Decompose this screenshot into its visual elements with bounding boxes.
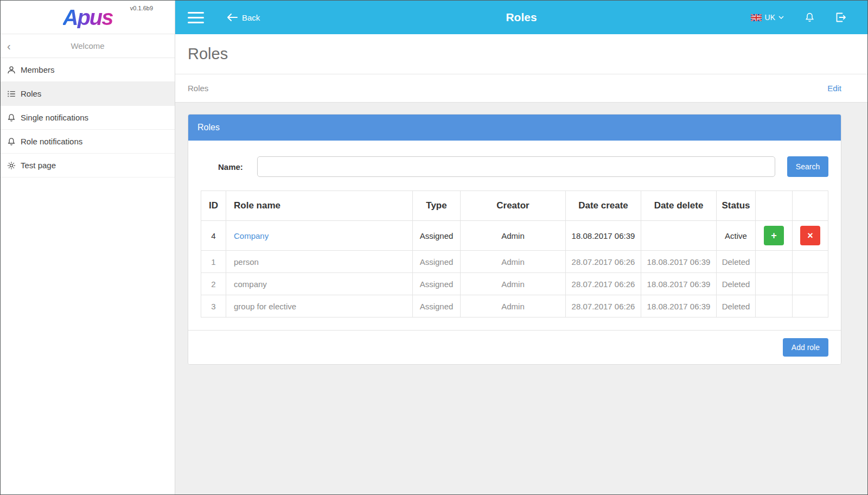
logo-area: Apus v0.1.6b9	[1, 1, 175, 34]
back-label: Back	[242, 13, 260, 22]
panel-title: Roles	[188, 115, 841, 141]
person-icon	[7, 66, 16, 74]
role-name: company	[226, 273, 413, 295]
topbar-right: UK	[751, 12, 846, 23]
topbar: Back Roles UK	[175, 1, 867, 34]
menu-icon[interactable]	[188, 12, 204, 23]
panel-footer: Add role	[188, 330, 841, 364]
column-header-type: Type	[413, 191, 461, 221]
sidebar-item-single-notifications[interactable]: Single notifications	[1, 106, 175, 130]
sidebar-item-label: Roles	[21, 89, 41, 98]
column-header-actions	[793, 191, 828, 221]
sidebar-item-test-page[interactable]: Test page	[1, 154, 175, 177]
bell-icon	[7, 113, 16, 122]
back-button[interactable]: Back	[227, 13, 260, 22]
roles-panel: Roles Name: Search IDRole nameTypeCrea	[188, 114, 841, 365]
sidebar-nav: MembersRolesSingle notificationsRole not…	[1, 58, 175, 177]
sidebar-item-label: Test page	[21, 161, 56, 170]
column-header-id: ID	[201, 191, 226, 221]
content-area: Roles Name: Search IDRole nameTypeCrea	[175, 103, 867, 494]
column-header-date-delete: Date delete	[641, 191, 717, 221]
column-header-role-name: Role name	[226, 191, 413, 221]
chevron-down-icon	[778, 16, 784, 19]
main-area: Back Roles UK	[175, 1, 867, 494]
table-header-row: IDRole nameTypeCreatorDate createDate de…	[201, 191, 828, 221]
language-selector[interactable]: UK	[751, 13, 784, 22]
role-name: person	[226, 251, 413, 273]
name-label: Name:	[218, 162, 243, 172]
page-title: Roles	[188, 45, 228, 63]
logout-icon[interactable]	[835, 12, 846, 22]
role-name: group for elective	[226, 295, 413, 318]
add-action-button[interactable]: +	[764, 226, 784, 245]
delete-action-button[interactable]: ×	[800, 226, 820, 245]
uk-flag-icon	[751, 14, 762, 21]
bell-icon	[7, 137, 16, 146]
version-label: v0.1.6b9	[130, 5, 153, 11]
back-arrow-icon	[227, 14, 238, 21]
language-label: UK	[765, 13, 775, 22]
roles-table: IDRole nameTypeCreatorDate createDate de…	[201, 191, 828, 318]
apus-logo: Apus	[63, 7, 113, 28]
column-header-creator: Creator	[461, 191, 566, 221]
list-icon	[7, 90, 16, 98]
name-input[interactable]	[257, 156, 775, 177]
edit-link[interactable]: Edit	[827, 84, 841, 93]
add-role-button[interactable]: Add role	[783, 338, 828, 357]
sidebar-item-label: Members	[21, 65, 55, 74]
table-row: 1personAssignedAdmin28.07.2017 06:2618.0…	[201, 251, 828, 273]
breadcrumb: Roles	[188, 84, 208, 93]
notifications-bell-icon[interactable]	[805, 12, 815, 23]
app-window: Apus v0.1.6b9 ‹ Welcome MembersRolesSing…	[0, 0, 868, 495]
column-header-date-create: Date create	[566, 191, 641, 221]
page-header: Roles	[175, 34, 867, 74]
panel-body: Name: Search IDRole nameTypeCreatorDate …	[188, 141, 841, 330]
welcome-label: Welcome	[71, 41, 104, 50]
column-header-actions	[756, 191, 793, 221]
search-button[interactable]: Search	[787, 156, 828, 177]
table-row: 2companyAssignedAdmin28.07.2017 06:2618.…	[201, 273, 828, 295]
sidebar-item-role-notifications[interactable]: Role notifications	[1, 130, 175, 154]
search-row: Name: Search	[201, 156, 828, 177]
sidebar-item-label: Role notifications	[21, 137, 82, 146]
column-header-status: Status	[717, 191, 756, 221]
page-title-topbar: Roles	[506, 11, 537, 24]
sidebar-item-members[interactable]: Members	[1, 58, 175, 82]
welcome-row: ‹ Welcome	[1, 34, 175, 58]
table-row: 3group for electiveAssignedAdmin28.07.20…	[201, 295, 828, 318]
sidebar-item-roles[interactable]: Roles	[1, 82, 175, 106]
chevron-left-icon[interactable]: ‹	[7, 41, 11, 52]
gear-icon	[7, 161, 16, 170]
sidebar-item-label: Single notifications	[21, 113, 88, 122]
breadcrumb-bar: Roles Edit	[175, 74, 867, 103]
role-name-link[interactable]: Company	[234, 231, 269, 240]
sidebar: Apus v0.1.6b9 ‹ Welcome MembersRolesSing…	[1, 1, 175, 494]
table-row: 4CompanyAssignedAdmin18.08.2017 06:39Act…	[201, 221, 828, 251]
